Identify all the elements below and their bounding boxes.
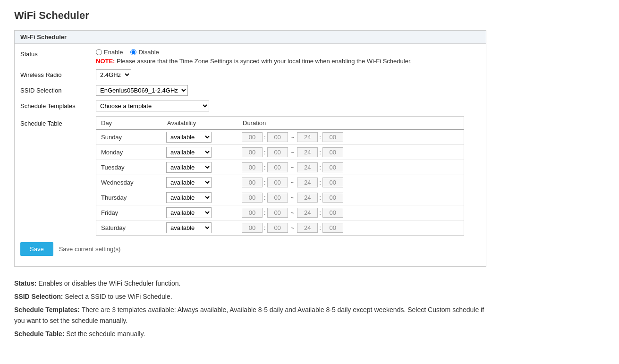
disable-label: Disable [138,49,159,56]
availability-select[interactable]: availableunavailable [166,207,212,218]
start-min-input[interactable] [267,193,288,203]
ssid-select[interactable]: EnGenius05B069_1-2.4GHz [96,85,188,96]
start-hour-input[interactable] [242,208,263,218]
ssid-label: SSID Selection [20,85,96,94]
end-hour-input[interactable] [297,132,318,142]
end-min-input[interactable] [322,147,343,157]
wifi-scheduler-panel: Wi-Fi Scheduler Status Enable Disable [14,30,486,267]
enable-radio-label[interactable]: Enable [96,49,123,56]
availability-select[interactable]: availableunavailable [166,177,212,188]
duration-cell: :~: [238,221,464,235]
tilde-sep: ~ [291,194,295,201]
desc-text: Set the schedule manually. [64,330,145,338]
end-hour-input[interactable] [297,162,318,172]
end-min-input[interactable] [322,193,343,203]
availability-select[interactable]: availableunavailable [166,192,212,203]
save-button[interactable]: Save [20,242,53,256]
description-line: Schedule Table: Set the schedule manuall… [14,329,486,340]
start-min-input[interactable] [267,132,288,142]
start-hour-input[interactable] [242,193,263,203]
start-min-input[interactable] [267,162,288,172]
status-note: NOTE: Please assure that the Time Zone S… [96,58,480,65]
start-colon: : [264,224,266,231]
desc-text: Select a SSID to use WiFi Schedule. [63,293,172,300]
templates-label: Schedule Templates [20,101,96,110]
end-min-input[interactable] [322,162,343,172]
start-min-input[interactable] [267,147,288,157]
day-cell: Sunday [96,131,162,143]
desc-text: There are 3 templates available: Always … [14,306,484,325]
disable-radio[interactable] [130,49,136,55]
description-line: SSID Selection: Select a SSID to use WiF… [14,291,486,303]
end-hour-input[interactable] [297,208,318,218]
schedule-table-area: Day Availability Duration Sundayavailabl… [96,116,480,236]
start-colon: : [264,209,266,216]
duration-cell: :~: [238,130,464,144]
availability-select[interactable]: availableunavailable [166,132,212,143]
availability-cell: availableunavailable [162,145,238,160]
table-row: Fridayavailableunavailable:~: [96,205,464,220]
end-min-input[interactable] [322,223,343,233]
schedule-table-row: Schedule Table Day Availability Duration… [20,116,480,236]
end-colon: : [319,209,321,216]
templates-control: Choose a template Always available Avail… [96,101,480,111]
schedule-table: Day Availability Duration Sundayavailabl… [96,116,464,236]
templates-select[interactable]: Choose a template Always available Avail… [96,101,209,111]
status-radio-group: Enable Disable [96,49,159,56]
panel-header: Wi-Fi Scheduler [15,31,486,44]
day-cell: Saturday [96,222,162,234]
end-min-input[interactable] [322,132,343,142]
end-hour-input[interactable] [297,178,318,187]
col-availability-header: Availability [162,117,238,129]
wireless-radio-select[interactable]: 2.4GHz 5GHz [96,69,131,80]
end-colon: : [319,179,321,186]
end-colon: : [319,149,321,156]
end-hour-input[interactable] [297,193,318,203]
status-label: Status [20,49,96,58]
start-hour-input[interactable] [242,132,263,142]
start-colon: : [264,179,266,186]
tilde-sep: ~ [291,179,295,186]
end-hour-input[interactable] [297,147,318,157]
duration-cell: :~: [238,145,464,159]
start-hour-input[interactable] [242,178,263,187]
availability-select[interactable]: availableunavailable [166,222,212,233]
desc-bold: SSID Selection: [14,293,63,300]
start-hour-input[interactable] [242,162,263,172]
note-keyword: NOTE: [96,58,115,65]
duration-cell: :~: [238,176,464,189]
enable-radio[interactable] [96,49,102,55]
end-min-input[interactable] [322,208,343,218]
availability-select[interactable]: availableunavailable [166,147,212,158]
wireless-radio-label: Wireless Radio [20,69,96,78]
duration-cell: :~: [238,191,464,204]
templates-row: Schedule Templates Choose a template Alw… [20,101,480,111]
wireless-radio-row: Wireless Radio 2.4GHz 5GHz [20,69,480,80]
start-hour-input[interactable] [242,147,263,157]
table-row: Mondayavailableunavailable:~: [96,145,464,160]
start-min-input[interactable] [267,208,288,218]
disable-radio-label[interactable]: Disable [130,49,159,56]
table-row: Sundayavailableunavailable:~: [96,130,464,145]
table-row: Tuesdayavailableunavailable:~: [96,160,464,175]
tilde-sep: ~ [291,164,295,171]
end-hour-input[interactable] [297,223,318,233]
tilde-sep: ~ [291,224,295,231]
start-hour-input[interactable] [242,223,263,233]
availability-cell: availableunavailable [162,130,238,144]
desc-bold: Schedule Templates: [14,306,80,313]
desc-text: Enables or disables the WiFi Scheduler f… [36,279,180,287]
description-section: Status: Enables or disables the WiFi Sch… [14,278,486,340]
start-colon: : [264,194,266,201]
start-min-input[interactable] [267,178,288,187]
schedule-table-header: Day Availability Duration [96,117,464,130]
day-cell: Thursday [96,192,162,203]
availability-cell: availableunavailable [162,160,238,175]
start-colon: : [264,134,266,141]
duration-cell: :~: [238,161,464,174]
availability-cell: availableunavailable [162,220,238,235]
availability-select[interactable]: availableunavailable [166,162,212,173]
end-min-input[interactable] [322,178,343,187]
note-body: Please assure that the Time Zone Setting… [115,58,412,65]
start-min-input[interactable] [267,223,288,233]
